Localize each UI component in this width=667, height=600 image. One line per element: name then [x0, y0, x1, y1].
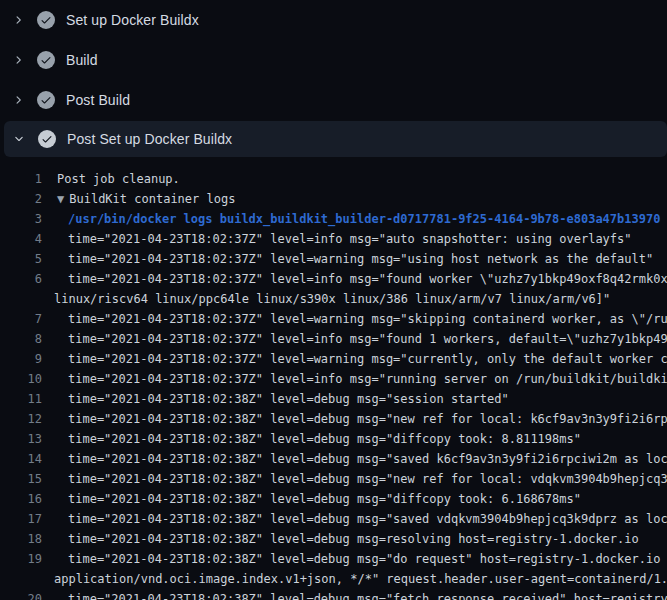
step-row-1[interactable]: Build [0, 40, 667, 80]
log-line-text: time="2021-04-23T18:02:37Z" level=info m… [68, 329, 667, 349]
log-line-text: time="2021-04-23T18:02:38Z" level=debug … [68, 549, 667, 569]
check-circle-icon [37, 11, 55, 29]
log-line-continuation: application/vnd.oci.image.index.v1+json,… [0, 569, 667, 589]
log-line-number[interactable]: 3 [0, 209, 42, 229]
log-line-number[interactable]: 17 [0, 509, 42, 529]
log-line-text: time="2021-04-23T18:02:38Z" level=debug … [68, 389, 509, 409]
log-line-number[interactable]: 8 [0, 329, 42, 349]
log-line: 5time="2021-04-23T18:02:37Z" level=warni… [0, 249, 667, 269]
log-line-number[interactable]: 19 [0, 549, 42, 569]
log-line: 10time="2021-04-23T18:02:37Z" level=info… [0, 369, 667, 389]
log-line: 19time="2021-04-23T18:02:38Z" level=debu… [0, 549, 667, 569]
log-line: 13time="2021-04-23T18:02:38Z" level=debu… [0, 429, 667, 449]
log-line-number[interactable]: 11 [0, 389, 42, 409]
log-line-text: time="2021-04-23T18:02:38Z" level=debug … [68, 469, 667, 489]
step-title: Post Build [66, 92, 130, 108]
log-line-text: time="2021-04-23T18:02:37Z" level=warnin… [68, 349, 667, 369]
step-row-0[interactable]: Set up Docker Buildx [0, 0, 667, 40]
check-circle-icon [37, 51, 55, 69]
log-line-number[interactable]: 18 [0, 529, 42, 549]
log-line-number[interactable]: 10 [0, 369, 42, 389]
log-line-text: time="2021-04-23T18:02:38Z" level=debug … [68, 409, 667, 429]
log-line-wrapped-text: application/vnd.oci.image.index.v1+json,… [54, 569, 667, 589]
step-title: Build [66, 52, 98, 68]
log-line-text: time="2021-04-23T18:02:37Z" level=warnin… [68, 249, 653, 269]
log-line-text: time="2021-04-23T18:02:38Z" level=debug … [68, 529, 639, 549]
log-line-text: Post job cleanup. [57, 169, 180, 189]
chevron-right-icon [12, 54, 24, 66]
log-line-number[interactable]: 4 [0, 229, 42, 249]
log-line-text: time="2021-04-23T18:02:37Z" level=info m… [68, 269, 667, 289]
log-line-wrapped-text: linux/riscv64 linux/ppc64le linux/s390x … [54, 289, 610, 309]
chevron-down-icon [13, 133, 25, 145]
log-line-number[interactable]: 14 [0, 449, 42, 469]
log-panel: 1Post job cleanup.2▼BuildKit container l… [0, 169, 667, 600]
log-line-number[interactable]: 16 [0, 489, 42, 509]
log-line: 7time="2021-04-23T18:02:37Z" level=warni… [0, 309, 667, 329]
log-line: 17time="2021-04-23T18:02:38Z" level=debu… [0, 509, 667, 529]
step-row-2[interactable]: Post Build [0, 80, 667, 120]
log-line-number[interactable]: 20 [0, 589, 42, 600]
log-line-number-empty [0, 569, 42, 589]
log-line-number[interactable]: 2 [0, 189, 42, 209]
log-line: 14time="2021-04-23T18:02:38Z" level=debu… [0, 449, 667, 469]
log-line: 8time="2021-04-23T18:02:37Z" level=info … [0, 329, 667, 349]
step-title: Post Set up Docker Buildx [67, 131, 232, 147]
chevron-right-icon [12, 14, 24, 26]
log-line: 9time="2021-04-23T18:02:37Z" level=warni… [0, 349, 667, 369]
log-line-number[interactable]: 13 [0, 429, 42, 449]
log-line: 18time="2021-04-23T18:02:38Z" level=debu… [0, 529, 667, 549]
log-line-text: time="2021-04-23T18:02:37Z" level=info m… [68, 369, 667, 389]
log-line-text: time="2021-04-23T18:02:38Z" level=debug … [68, 589, 667, 600]
log-line: 16time="2021-04-23T18:02:38Z" level=debu… [0, 489, 667, 509]
steps-list: Set up Docker BuildxBuildPost BuildPost … [0, 0, 667, 157]
log-line-number[interactable]: 1 [0, 169, 42, 189]
log-line-text: time="2021-04-23T18:02:38Z" level=debug … [68, 489, 581, 509]
log-line-text: time="2021-04-23T18:02:37Z" level=info m… [68, 229, 632, 249]
log-line-number[interactable]: 6 [0, 269, 42, 289]
log-line-number-empty [0, 289, 42, 309]
log-line-number[interactable]: 12 [0, 409, 42, 429]
step-title: Set up Docker Buildx [66, 12, 199, 28]
log-line-number[interactable]: 9 [0, 349, 42, 369]
log-line: 15time="2021-04-23T18:02:38Z" level=debu… [0, 469, 667, 489]
log-group-header[interactable]: ▼BuildKit container logs [57, 189, 235, 209]
log-line-text: time="2021-04-23T18:02:38Z" level=debug … [68, 429, 581, 449]
log-group-caret-icon: ▼ [57, 192, 69, 206]
log-line-text: time="2021-04-23T18:02:38Z" level=debug … [68, 449, 667, 469]
log-line: 4time="2021-04-23T18:02:37Z" level=info … [0, 229, 667, 249]
log-line: 12time="2021-04-23T18:02:38Z" level=debu… [0, 409, 667, 429]
log-line-text: time="2021-04-23T18:02:37Z" level=warnin… [68, 309, 667, 329]
log-line-number[interactable]: 15 [0, 469, 42, 489]
log-line-continuation: linux/riscv64 linux/ppc64le linux/s390x … [0, 289, 667, 309]
chevron-right-icon [12, 94, 24, 106]
log-line: 6time="2021-04-23T18:02:37Z" level=info … [0, 269, 667, 289]
log-line-number[interactable]: 5 [0, 249, 42, 269]
log-group-title: BuildKit container logs [69, 192, 235, 206]
log-line-number[interactable]: 7 [0, 309, 42, 329]
check-circle-icon [37, 91, 55, 109]
log-line-text: time="2021-04-23T18:02:38Z" level=debug … [68, 509, 667, 529]
log-line: 20time="2021-04-23T18:02:38Z" level=debu… [0, 589, 667, 600]
step-row-3[interactable]: Post Set up Docker Buildx [4, 121, 667, 157]
log-line: 11time="2021-04-23T18:02:38Z" level=debu… [0, 389, 667, 409]
log-command-text: /usr/bin/docker logs buildx_buildkit_bui… [68, 209, 660, 229]
log-line: 2▼BuildKit container logs [0, 189, 667, 209]
log-line: 1Post job cleanup. [0, 169, 667, 189]
check-circle-icon [38, 130, 56, 148]
log-line: 3/usr/bin/docker logs buildx_buildkit_bu… [0, 209, 667, 229]
